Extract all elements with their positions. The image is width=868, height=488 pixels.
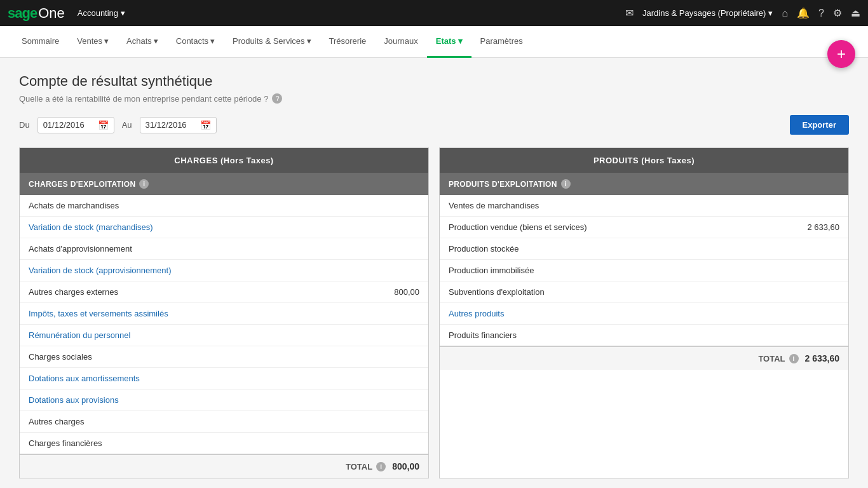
nav-sommaire[interactable]: Sommaire xyxy=(13,26,68,58)
produits-info-icon[interactable]: i xyxy=(561,179,571,189)
from-date-wrapper: 📅 xyxy=(37,117,114,133)
main-navigation: Sommaire Ventes ▾ Achats ▾ Contacts ▾ Pr… xyxy=(0,26,868,58)
bell-icon[interactable]: 🔔 xyxy=(797,7,810,19)
help-icon[interactable]: ? xyxy=(818,8,824,19)
produits-subheader: PRODUITS D'EXPLOITATION i xyxy=(440,173,848,195)
logout-icon[interactable]: ⏏ xyxy=(851,7,860,19)
from-label: Du xyxy=(19,120,30,130)
nav-produits-services[interactable]: Produits & Services ▾ xyxy=(224,26,320,58)
nav-etats[interactable]: Etats ▾ xyxy=(427,26,471,58)
table-row: Production stockée xyxy=(440,238,848,260)
row-label: Production vendue (biens et services) xyxy=(449,222,587,232)
nav-achats[interactable]: Achats ▾ xyxy=(118,26,167,58)
row-label: Subventions d'exploitation xyxy=(449,287,545,297)
charges-rows: Achats de marchandisesVariation de stock… xyxy=(20,195,428,454)
produits-total-value: 2 633,60 xyxy=(805,353,840,363)
charges-subheader: CHARGES D'EXPLOITATION i xyxy=(20,173,428,195)
table-row: Dotations aux provisions xyxy=(20,390,428,411)
table-row: Charges financières xyxy=(20,433,428,454)
row-label: Achats d'approvisionnement xyxy=(29,244,132,254)
row-label[interactable]: Dotations aux amortissements xyxy=(29,374,140,383)
row-label[interactable]: Variation de stock (approvisionnement) xyxy=(29,266,172,275)
table-row: Subventions d'exploitation xyxy=(440,281,848,303)
row-label[interactable]: Rémunération du personnel xyxy=(29,330,130,340)
company-selector[interactable]: Jardins & Paysages (Propriétaire) ▾ xyxy=(642,8,773,18)
table-row: Production immobilisée xyxy=(440,260,848,281)
export-button[interactable]: Exporter xyxy=(790,115,849,135)
table-row: Autres charges externes800,00 xyxy=(20,281,428,303)
page-title: Compte de résultat synthétique xyxy=(19,73,849,90)
nav-journaux[interactable]: Journaux xyxy=(375,26,426,58)
row-label: Production immobilisée xyxy=(449,266,534,275)
charges-table-header: CHARGES (Hors Taxes) xyxy=(20,148,428,173)
home-icon[interactable]: ⌂ xyxy=(782,8,788,19)
produits-table-header: PRODUITS (Hors Taxes) xyxy=(440,148,848,173)
table-row: Rémunération du personnel xyxy=(20,325,428,346)
table-row: Dotations aux amortissements xyxy=(20,368,428,390)
row-label: Charges financières xyxy=(29,438,102,448)
table-row: Production vendue (biens et services)2 6… xyxy=(440,217,848,238)
to-date-wrapper: 📅 xyxy=(140,117,217,133)
to-date-input[interactable] xyxy=(146,120,196,130)
table-row: Achats de marchandises xyxy=(20,195,428,217)
charges-table: CHARGES (Hors Taxes) CHARGES D'EXPLOITAT… xyxy=(19,147,429,478)
produits-total-info-icon[interactable]: i xyxy=(789,354,799,363)
top-navigation: sage One Accounting ▾ ✉ Jardins & Paysag… xyxy=(0,0,868,26)
tables-container: CHARGES (Hors Taxes) CHARGES D'EXPLOITAT… xyxy=(19,147,849,478)
produits-table: PRODUITS (Hors Taxes) PRODUITS D'EXPLOIT… xyxy=(439,147,849,478)
filters-row: Du 📅 Au 📅 Exporter xyxy=(19,115,849,135)
subtitle-help-icon[interactable]: ? xyxy=(272,93,282,104)
table-row: Autres charges xyxy=(20,411,428,433)
table-row: Charges sociales xyxy=(20,346,428,368)
row-label[interactable]: Dotations aux provisions xyxy=(29,395,119,405)
page-content: Compte de résultat synthétique Quelle a … xyxy=(0,58,868,488)
accounting-dropdown-button[interactable]: Accounting ▾ xyxy=(72,6,130,20)
row-label: Ventes de marchandises xyxy=(449,201,539,210)
mail-icon[interactable]: ✉ xyxy=(625,7,634,19)
table-row: Autres produits xyxy=(440,303,848,325)
to-calendar-icon[interactable]: 📅 xyxy=(200,120,211,130)
row-value: 2 633,60 xyxy=(807,222,839,232)
to-label: Au xyxy=(122,120,132,130)
row-label: Production stockée xyxy=(449,244,519,254)
from-date-input[interactable] xyxy=(43,120,94,130)
fab-add-button[interactable]: + xyxy=(827,40,855,68)
row-label[interactable]: Impôts, taxes et versements assimilés xyxy=(29,309,168,318)
row-label: Achats de marchandises xyxy=(29,201,119,210)
row-value: 800,00 xyxy=(394,287,419,297)
row-label: Autres charges externes xyxy=(29,287,118,297)
produits-footer: TOTAL i 2 633,60 xyxy=(440,346,848,370)
nav-ventes[interactable]: Ventes ▾ xyxy=(68,26,118,58)
logo-sage: sage xyxy=(8,5,37,22)
row-label: Charges sociales xyxy=(29,352,92,362)
table-row: Impôts, taxes et versements assimilés xyxy=(20,303,428,325)
charges-total-value: 800,00 xyxy=(392,461,419,471)
logo[interactable]: sage One xyxy=(8,5,65,22)
table-row: Ventes de marchandises xyxy=(440,195,848,217)
logo-one: One xyxy=(38,5,65,22)
page-subtitle: Quelle a été la rentabilité de mon entre… xyxy=(19,93,849,104)
charges-total-label: TOTAL i xyxy=(346,462,386,471)
table-row: Variation de stock (marchandises) xyxy=(20,217,428,238)
table-row: Variation de stock (approvisionnement) xyxy=(20,260,428,281)
nav-contacts[interactable]: Contacts ▾ xyxy=(167,26,224,58)
produits-rows: Ventes de marchandisesProduction vendue … xyxy=(440,195,848,346)
top-nav-right: ✉ Jardins & Paysages (Propriétaire) ▾ ⌂ … xyxy=(625,7,860,19)
table-row: Produits financiers xyxy=(440,325,848,346)
nav-parametres[interactable]: Paramètres xyxy=(471,26,532,58)
nav-tresorerie[interactable]: Trésorerie xyxy=(320,26,376,58)
row-label: Produits financiers xyxy=(449,330,517,340)
settings-icon[interactable]: ⚙ xyxy=(833,7,842,19)
row-label: Autres charges xyxy=(29,417,84,426)
charges-total-info-icon[interactable]: i xyxy=(376,462,386,471)
charges-info-icon[interactable]: i xyxy=(139,179,149,189)
row-label[interactable]: Autres produits xyxy=(449,309,504,318)
from-calendar-icon[interactable]: 📅 xyxy=(98,120,109,130)
produits-total-label: TOTAL i xyxy=(758,354,798,363)
table-row: Achats d'approvisionnement xyxy=(20,238,428,260)
row-label[interactable]: Variation de stock (marchandises) xyxy=(29,222,153,232)
charges-footer: TOTAL i 800,00 xyxy=(20,454,428,478)
